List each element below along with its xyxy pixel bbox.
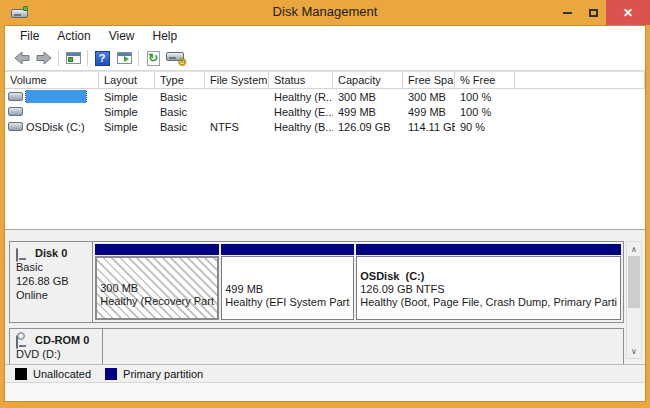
legend-label-unallocated: Unallocated [33, 368, 91, 380]
partition-status: Healthy (EFI System Partit [225, 296, 350, 309]
disk0-label[interactable]: Disk 0 Basic 126.88 GB Online [10, 242, 93, 322]
cdrom0-name: CD-ROM 0 [35, 333, 89, 347]
table-row-efi-volume[interactable]: Simple Basic Healthy (E... 499 MB 499 MB… [5, 104, 645, 119]
cdrom-icon [16, 335, 33, 346]
scrollbar-thumb[interactable] [628, 256, 640, 308]
volume-name: OSDisk (C:) [26, 121, 85, 133]
volume-list: Volume Layout Type File System Status Ca… [5, 71, 645, 229]
menu-file[interactable]: File [11, 27, 48, 45]
volume-icon [8, 107, 23, 116]
forward-button[interactable] [33, 48, 55, 68]
toolbar-separator [58, 50, 59, 66]
legend-label-primary-partition: Primary partition [123, 368, 203, 380]
action-pane-button[interactable] [113, 48, 135, 68]
column-header-file-system[interactable]: File System [205, 72, 269, 88]
column-header-status[interactable]: Status [269, 72, 333, 88]
back-icon [14, 51, 30, 65]
help-icon: ? [95, 51, 110, 66]
cell-type: Basic [155, 106, 205, 118]
refresh-icon: ↻ [147, 51, 160, 66]
partition-name: OSDisk (C:) [360, 270, 617, 283]
partition-status: Healthy (Boot, Page File, Crash Dump, Pr… [360, 296, 617, 309]
console-tree-button[interactable] [62, 48, 84, 68]
cell-percent-free: 100 % [455, 106, 515, 118]
partition-osdisk[interactable]: OSDisk (C:) 126.09 GB NTFS Healthy (Boot… [356, 244, 621, 320]
minimize-button[interactable] [554, 0, 580, 25]
column-header-layout[interactable]: Layout [99, 72, 155, 88]
column-header-volume[interactable]: Volume [5, 72, 99, 88]
scroll-down-arrow-icon[interactable]: ∨ [627, 344, 641, 358]
cdrom0-label[interactable]: CD-ROM 0 DVD (D:) [10, 329, 103, 364]
menu-view[interactable]: View [100, 27, 144, 45]
cell-layout: Simple [99, 91, 155, 103]
close-button[interactable]: ✕ [606, 0, 650, 25]
volume-icon [8, 92, 23, 101]
cell-capacity: 499 MB [333, 106, 403, 118]
partition-recovery[interactable]: 300 MB Healthy (Recovery Parti [95, 244, 219, 320]
partition-size: 499 MB [225, 283, 350, 296]
cell-capacity: 126.09 GB [333, 121, 403, 133]
maximize-button[interactable] [580, 0, 606, 25]
menu-bar: File Action View Help [5, 26, 645, 46]
cell-layout: Simple [99, 121, 155, 133]
disk-properties-icon: ⚙ [166, 51, 184, 65]
window-content: File Action View Help ? [4, 25, 646, 402]
partition-efi[interactable]: 499 MB Healthy (EFI System Partit [221, 244, 354, 320]
volume-name-selection[interactable] [26, 90, 86, 103]
menu-action[interactable]: Action [48, 27, 99, 45]
column-header-free-space[interactable]: Free Spa... [403, 72, 455, 88]
disk-graphical-view: Disk 0 Basic 126.88 GB Online 300 MB Hea… [5, 239, 645, 364]
pane-splitter[interactable] [5, 229, 645, 239]
partition-color-strip [221, 244, 354, 255]
volume-icon [8, 122, 23, 131]
vertical-scrollbar[interactable]: ∧ ∨ [626, 241, 642, 359]
console-tree-icon [66, 52, 81, 64]
disk-properties-button[interactable]: ⚙ [164, 48, 186, 68]
disk0-size: 126.88 GB [16, 274, 92, 288]
disk0-type: Basic [16, 260, 92, 274]
scroll-up-arrow-icon[interactable]: ∧ [627, 242, 641, 256]
table-row-recovery-volume[interactable]: Simple Basic Healthy (R... 300 MB 300 MB… [5, 89, 645, 104]
cell-status: Healthy (E... [269, 106, 333, 118]
partition-status: Healthy (Recovery Parti [100, 295, 214, 308]
legend-bar: Unallocated Primary partition [5, 364, 645, 382]
column-header-percent-free[interactable]: % Free [455, 72, 515, 88]
disk-icon [16, 248, 33, 258]
column-header-capacity[interactable]: Capacity [333, 72, 403, 88]
back-button[interactable] [11, 48, 33, 68]
disk-management-window: Disk Management ✕ File Action View Help [0, 0, 650, 408]
action-pane-icon [117, 52, 132, 64]
cell-status: Healthy (R... [269, 91, 333, 103]
cell-percent-free: 100 % [455, 91, 515, 103]
cdrom0-type: DVD (D:) [16, 347, 102, 361]
refresh-button[interactable]: ↻ [142, 48, 164, 68]
menu-help[interactable]: Help [144, 27, 187, 45]
cell-type: Basic [155, 121, 205, 133]
cdrom0-media-area [103, 329, 623, 364]
table-row-osdisk-volume[interactable]: OSDisk (C:) Simple Basic NTFS Healthy (B… [5, 119, 645, 134]
disk0-partitions: 300 MB Healthy (Recovery Parti 499 MB He… [93, 242, 623, 322]
partition-color-strip [356, 244, 621, 255]
cell-status: Healthy (B... [269, 121, 333, 133]
cell-percent-free: 90 % [455, 121, 515, 133]
column-header-filler [515, 72, 645, 88]
cell-free-space: 114.11 GB [403, 121, 455, 133]
cell-type: Basic [155, 91, 205, 103]
toolbar-separator [87, 50, 88, 66]
toolbar-separator [138, 50, 139, 66]
disk0-name: Disk 0 [35, 246, 67, 260]
cell-free-space: 300 MB [403, 91, 455, 103]
cell-layout: Simple [99, 106, 155, 118]
unallocated-color-swatch [15, 368, 27, 380]
primary-partition-color-swatch [105, 368, 117, 380]
partition-size: 126.09 GB NTFS [360, 283, 617, 296]
partition-color-strip [95, 244, 219, 255]
status-bar [5, 382, 645, 401]
column-header-type[interactable]: Type [155, 72, 205, 88]
window-title: Disk Management [0, 4, 650, 19]
disk0-row: Disk 0 Basic 126.88 GB Online 300 MB Hea… [9, 241, 624, 323]
toolbar: ? ↻ ⚙ [5, 46, 645, 71]
forward-icon [36, 51, 52, 65]
help-button[interactable]: ? [91, 48, 113, 68]
minimize-icon [563, 12, 572, 14]
